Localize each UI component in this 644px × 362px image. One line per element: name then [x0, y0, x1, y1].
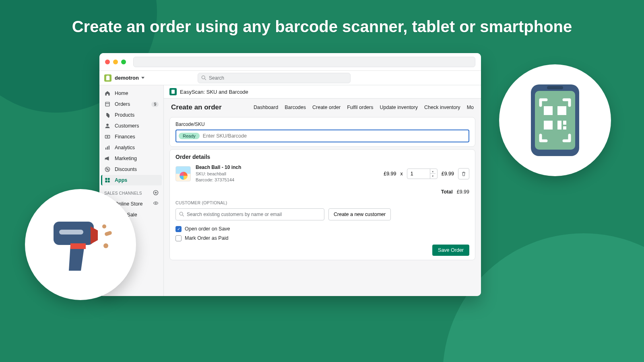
svg-point-5: [107, 136, 108, 138]
tab-update-inventory[interactable]: Update inventory: [380, 105, 418, 110]
sku-label: Barcode/SKU: [175, 121, 469, 127]
quantity-stepper[interactable]: 1 ▲▼: [407, 169, 438, 179]
sidebar-item-discounts[interactable]: Discounts: [101, 164, 162, 175]
product-thumbnail: [175, 166, 191, 181]
checkbox-mark-paid[interactable]: [175, 235, 182, 241]
svg-rect-7: [107, 146, 108, 150]
tab-dashboard[interactable]: Dashboard: [254, 105, 278, 110]
total-value: £9.99: [457, 189, 469, 195]
svg-rect-33: [557, 121, 561, 130]
store-name[interactable]: demotron: [115, 75, 139, 81]
sidebar-item-orders[interactable]: Orders9: [101, 99, 162, 109]
sales-channels-header: SALES CHANNELS: [101, 186, 162, 198]
trash-icon: [461, 171, 466, 177]
svg-rect-23: [70, 243, 86, 249]
marketing-icon: [104, 155, 111, 162]
app-logo-icon: [169, 88, 177, 95]
order-details-card: Order details Beach Ball - 10 inch SKU: …: [169, 149, 475, 260]
svg-point-24: [102, 224, 106, 228]
phone-qr-illustration: [499, 64, 611, 176]
order-line-item: Beach Ball - 10 inch SKU: beachball Barc…: [175, 164, 469, 183]
svg-rect-34: [563, 121, 566, 125]
open-on-save-row[interactable]: Open order on Save: [175, 226, 469, 232]
sidebar-item-home[interactable]: Home: [101, 88, 162, 99]
svg-rect-6: [105, 148, 106, 150]
sku-input[interactable]: [203, 133, 466, 139]
unit-price: £9.99: [384, 171, 396, 177]
sidebar-item-products[interactable]: Products: [101, 110, 162, 120]
qty-down-icon[interactable]: ▼: [430, 174, 436, 179]
product-name: Beach Ball - 10 inch: [196, 164, 241, 171]
svg-line-20: [182, 215, 184, 216]
customer-header: CUSTOMER (OPTIONAL): [175, 200, 469, 205]
analytics-icon: [104, 144, 111, 151]
search-icon: [179, 212, 184, 217]
window-min-icon[interactable]: [113, 60, 118, 64]
sidebar-item-customers[interactable]: Customers: [101, 121, 162, 131]
products-icon: [104, 112, 111, 118]
sidebar-item-analytics[interactable]: Analytics: [101, 142, 162, 153]
svg-point-26: [103, 243, 108, 248]
tab-fulfil-orders[interactable]: Fulfil orders: [347, 105, 373, 110]
times-symbol: x: [400, 171, 402, 177]
app-header: EasyScan: SKU and Barcode: [164, 85, 481, 99]
browser-window: demotron Search Home Orders9 Products Cu…: [99, 53, 481, 296]
svg-rect-15: [108, 181, 110, 183]
qty-up-icon[interactable]: ▲: [430, 169, 436, 174]
checkbox-open-on-save[interactable]: [175, 226, 182, 232]
finances-icon: [104, 134, 111, 140]
orders-icon: [104, 101, 111, 107]
customers-icon: [104, 123, 111, 129]
main-content: EasyScan: SKU and Barcode Create an orde…: [164, 85, 481, 296]
tab-more[interactable]: Mo: [467, 105, 474, 110]
eye-icon[interactable]: [153, 200, 159, 207]
svg-rect-14: [105, 181, 107, 183]
discounts-icon: [104, 166, 111, 173]
order-details-header: Order details: [175, 154, 469, 160]
orders-badge: 9: [151, 102, 159, 107]
barcode-scanner-illustration: [25, 189, 136, 300]
window-max-icon[interactable]: [121, 60, 126, 64]
page-title: Create an order: [171, 103, 222, 111]
mark-paid-row[interactable]: Mark Order as Paid: [175, 235, 469, 241]
svg-rect-29: [547, 86, 563, 89]
svg-point-0: [202, 76, 205, 79]
svg-rect-8: [109, 146, 109, 150]
line-total: £9.99: [442, 171, 454, 177]
headline: Create an order using any barcode scanne…: [0, 18, 644, 36]
sidebar-item-marketing[interactable]: Marketing: [101, 153, 162, 164]
home-icon: [104, 90, 111, 97]
url-bar[interactable]: [133, 57, 475, 67]
global-search[interactable]: Search: [198, 73, 351, 83]
sidebar-item-apps[interactable]: Apps: [101, 175, 162, 185]
window-close-icon[interactable]: [105, 60, 110, 64]
barcode-scanner-icon: [46, 214, 115, 275]
svg-rect-32: [544, 121, 553, 130]
sidebar-item-finances[interactable]: Finances: [101, 132, 162, 142]
svg-point-10: [107, 169, 107, 169]
create-customer-button[interactable]: Create a new customer: [328, 208, 391, 220]
svg-point-17: [155, 203, 157, 204]
customer-search[interactable]: Search existing customers by name or ema…: [175, 208, 324, 220]
svg-rect-13: [108, 178, 110, 180]
admin-topbar: demotron Search: [99, 71, 481, 85]
tab-barcodes[interactable]: Barcodes: [285, 105, 306, 110]
save-order-button[interactable]: Save Order: [432, 245, 469, 256]
add-channel-icon[interactable]: [153, 190, 159, 196]
total-label: Total: [441, 189, 453, 195]
delete-line-button[interactable]: [458, 168, 469, 179]
sku-input-row[interactable]: Ready: [175, 130, 469, 142]
apps-icon: [104, 177, 111, 183]
chevron-down-icon[interactable]: [141, 77, 144, 79]
svg-rect-35: [563, 126, 566, 130]
svg-point-19: [180, 212, 183, 215]
phone-qr-icon: [527, 82, 583, 158]
ready-pill: Ready: [179, 133, 200, 139]
page-tabs: Dashboard Barcodes Create order Fulfil o…: [254, 105, 474, 110]
tab-create-order[interactable]: Create order: [312, 105, 341, 110]
product-sku: SKU: beachball: [196, 171, 241, 177]
tab-check-inventory[interactable]: Check inventory: [424, 105, 460, 110]
svg-rect-31: [557, 106, 566, 115]
svg-line-1: [204, 78, 206, 80]
svg-rect-22: [59, 230, 83, 234]
